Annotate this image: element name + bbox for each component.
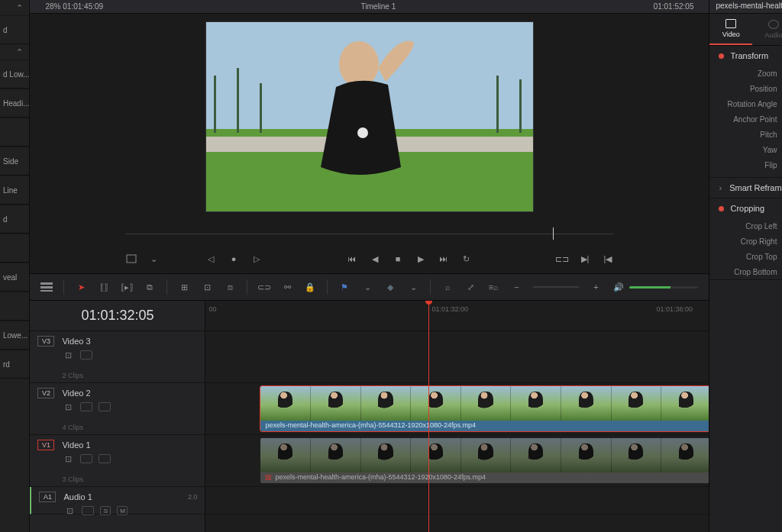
lock-icon[interactable]: ⊡: [62, 453, 74, 464]
track-tag[interactable]: V1: [37, 440, 54, 450]
track-header-v1[interactable]: V1Video 1 ⊡ 3 Clips: [30, 435, 205, 487]
auto-select-icon[interactable]: [80, 402, 92, 411]
flag-icon[interactable]: ⚑: [338, 282, 351, 292]
loop-icon[interactable]: ↻: [460, 253, 473, 264]
search-icon[interactable]: ⌕: [441, 282, 454, 292]
label-yaw: Yaw: [709, 146, 777, 154]
svg-rect-11: [40, 282, 53, 285]
dropdown-icon[interactable]: ⌄: [407, 282, 419, 292]
dynamic-trim-icon[interactable]: ⟦▸⟧: [121, 282, 133, 292]
viewer-scrubbar[interactable]: [125, 226, 614, 243]
svg-rect-7: [519, 79, 522, 133]
zoom-readout: 28% 01:01:45:09: [45, 2, 103, 11]
mute-button[interactable]: M: [117, 506, 128, 515]
first-frame-icon[interactable]: ⏮: [346, 253, 358, 264]
dropdown-icon[interactable]: ⌄: [148, 253, 160, 264]
safe-area-icon[interactable]: [125, 253, 137, 264]
lock-icon[interactable]: ⊡: [62, 350, 74, 360]
zoom-fit-icon[interactable]: ⤢: [464, 282, 477, 292]
dot-icon[interactable]: ●: [228, 253, 240, 264]
inspector-clipname: pexels-mental-health-ameri...544312-1920…: [709, 0, 782, 14]
sidebar-item[interactable]: veal: [0, 263, 29, 292]
next-edit-icon[interactable]: ▷: [250, 253, 263, 264]
svg-rect-5: [260, 83, 262, 133]
timeline-view-icon[interactable]: [40, 282, 53, 292]
trim-tool-icon[interactable]: ⟦⟧: [98, 282, 110, 292]
master-timecode: 01:01:32:05: [30, 301, 205, 331]
volume-slider[interactable]: [629, 286, 698, 289]
chevron-up-icon[interactable]: ⌃: [0, 44, 29, 60]
zoom-in-icon[interactable]: +: [590, 282, 602, 292]
detail-zoom-icon[interactable]: ≡⌕: [487, 282, 499, 292]
replace-icon[interactable]: ⧈: [224, 282, 236, 292]
viewer-topbar: 28% 01:01:45:09 Timeline 1 01:01:52:05: [30, 0, 709, 14]
overwrite-icon[interactable]: ⊡: [201, 282, 213, 292]
enable-icon[interactable]: [99, 454, 111, 463]
track-header-v2[interactable]: V2Video 2 ⊡ 4 Clips: [30, 383, 205, 435]
sidebar-item[interactable]: Headi...: [0, 89, 29, 118]
track-header-v3[interactable]: V3Video 3 ⊡ 2 Clips: [30, 331, 205, 383]
step-forward-icon[interactable]: ⏭: [438, 253, 450, 264]
sidebar-item[interactable]: rd: [0, 350, 29, 379]
enable-dot-icon[interactable]: [719, 53, 724, 59]
svg-rect-13: [40, 290, 53, 292]
auto-select-icon[interactable]: [82, 506, 94, 515]
stop-icon[interactable]: ■: [392, 253, 404, 264]
insert-icon[interactable]: ⊞: [178, 282, 190, 292]
play-icon[interactable]: ▶: [415, 253, 427, 264]
solo-button[interactable]: S: [100, 506, 111, 515]
enable-icon[interactable]: [99, 402, 111, 411]
lock-icon[interactable]: ⊡: [63, 505, 76, 516]
time-ruler[interactable]: 00 01:01:32:00 01:01:36:00: [205, 301, 709, 331]
snap-icon[interactable]: ⊂⊃: [258, 282, 270, 292]
clip-v1[interactable]: ▧pexels-mental-health-america-(mha)-5544…: [260, 438, 709, 483]
track-tag[interactable]: V2: [37, 388, 54, 398]
sidebar-item[interactable]: d Low...: [0, 60, 29, 89]
marker-icon[interactable]: ◆: [384, 282, 396, 292]
track-header-a1[interactable]: A1Audio 12.0 ⊡SM: [30, 487, 205, 514]
sidebar-item[interactable]: d: [0, 205, 29, 234]
svg-rect-10: [127, 255, 136, 263]
sidebar-item[interactable]: Side: [0, 147, 29, 176]
sidebar-item[interactable]: d: [0, 15, 29, 44]
tab-video[interactable]: Video: [709, 14, 752, 45]
tab-audio[interactable]: Audio: [752, 14, 782, 45]
step-back-icon[interactable]: ◀: [369, 253, 381, 264]
go-start-icon[interactable]: |◀: [602, 253, 614, 264]
auto-select-icon[interactable]: [80, 350, 92, 360]
track-volume: 2.0: [188, 493, 198, 501]
video-icon: [725, 19, 736, 28]
track-tag[interactable]: A1: [39, 492, 56, 502]
auto-select-icon[interactable]: [80, 454, 92, 463]
link-icon[interactable]: ⚯: [281, 282, 293, 292]
section-smart-reframe[interactable]: ›Smart Reframe: [709, 178, 782, 198]
chevron-up-icon[interactable]: ⌃: [0, 0, 29, 15]
zoom-out-icon[interactable]: −: [510, 282, 522, 292]
timeline-lanes[interactable]: 00 01:01:32:00 01:01:36:00 pexels-mental…: [205, 301, 709, 532]
prev-edit-icon[interactable]: ◁: [205, 253, 217, 264]
label-zoom: Zoom: [709, 69, 777, 78]
label-anchor: Anchor Point: [709, 115, 777, 124]
playhead[interactable]: [428, 301, 429, 532]
clip-label: pexels-mental-health-america-(mha)-55443…: [260, 421, 709, 431]
sidebar-item[interactable]: [0, 234, 29, 263]
dropdown-icon[interactable]: ⌄: [361, 282, 373, 292]
enable-dot-icon[interactable]: [719, 206, 724, 211]
clip-v2[interactable]: pexels-mental-health-america-(mha)-55443…: [260, 386, 709, 431]
sidebar-item[interactable]: Lowe...: [0, 321, 29, 350]
blade-tool-icon[interactable]: ⧉: [144, 282, 156, 292]
ruler-tick: 01:01:36:00: [656, 305, 693, 313]
selection-tool-icon[interactable]: ➤: [75, 282, 87, 292]
track-tag[interactable]: V3: [37, 336, 54, 347]
program-viewer[interactable]: [205, 21, 534, 212]
lock-icon[interactable]: ⊡: [62, 401, 74, 412]
match-frame-icon[interactable]: ⊏⊐: [556, 253, 568, 264]
go-end-icon[interactable]: ▶|: [579, 253, 591, 264]
ruler-tick: 01:01:32:00: [431, 305, 468, 313]
sidebar-item[interactable]: [0, 118, 29, 147]
speaker-icon[interactable]: 🔊: [612, 282, 625, 292]
lock-icon[interactable]: 🔒: [304, 282, 316, 292]
sidebar-item[interactable]: Line: [0, 176, 29, 205]
sidebar-item[interactable]: [0, 292, 29, 321]
section-title: Smart Reframe: [729, 183, 782, 192]
